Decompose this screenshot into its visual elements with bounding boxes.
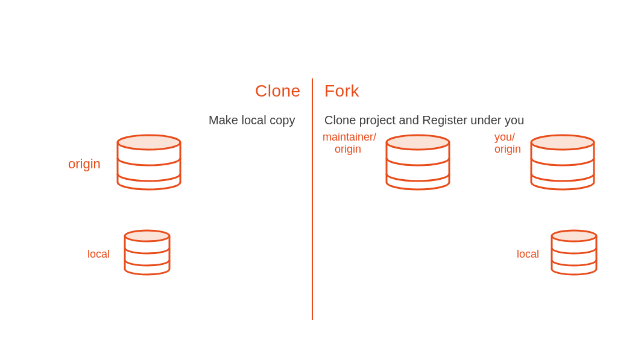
center-divider	[312, 78, 313, 320]
clone-local-label: local	[87, 249, 110, 261]
svg-point-3	[531, 135, 594, 150]
fork-title: Fork	[324, 81, 359, 101]
clone-origin-label: origin	[68, 157, 101, 171]
fork-subtitle: Clone project and Register under you	[324, 113, 524, 127]
fork-maintainer-line1: maintainer/	[323, 131, 376, 143]
clone-origin-db-icon	[116, 134, 182, 194]
clone-title: Clone	[255, 81, 301, 101]
fork-you-line2: origin	[494, 143, 521, 155]
fork-local-db-icon	[550, 229, 598, 279]
clone-subtitle: Make local copy	[209, 113, 295, 127]
fork-you-db-icon	[529, 134, 596, 194]
svg-point-2	[387, 135, 449, 150]
svg-point-0	[118, 135, 180, 150]
fork-maintainer-db-icon	[385, 134, 451, 194]
fork-maintainer-line2: origin	[323, 143, 361, 155]
fork-maintainer-label: maintainer/ origin	[323, 132, 376, 156]
clone-local-db-icon	[123, 229, 171, 279]
svg-point-4	[552, 230, 596, 241]
fork-local-label: local	[517, 249, 539, 261]
fork-you-label: you/ origin	[494, 132, 521, 156]
svg-point-1	[125, 230, 169, 241]
fork-you-line1: you/	[494, 131, 515, 143]
